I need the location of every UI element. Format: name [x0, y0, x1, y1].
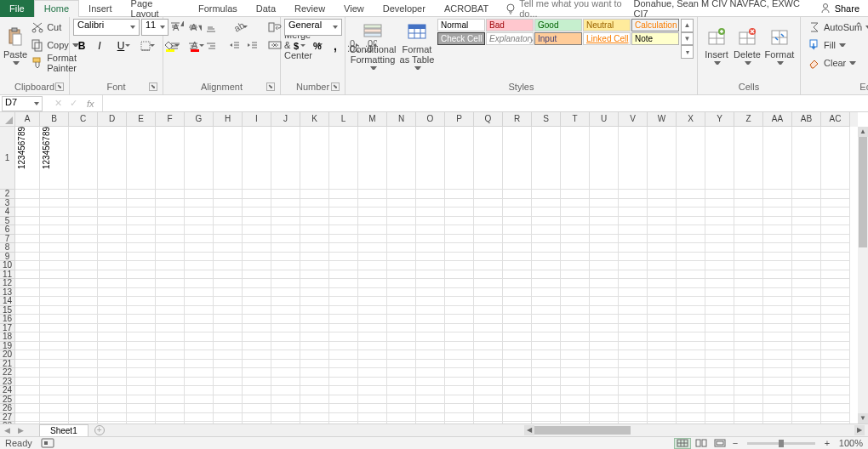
page-layout-view-button[interactable] [693, 438, 710, 449]
cell-B17[interactable] [40, 324, 69, 333]
cell-G7[interactable] [185, 235, 214, 244]
cell-AB25[interactable] [792, 395, 821, 405]
style-bad[interactable]: Bad [486, 19, 534, 31]
cell-styles-gallery[interactable]: NormalBadGoodNeutralCalculationCheck Cel… [437, 19, 679, 59]
fill-button[interactable]: Fill [804, 37, 868, 54]
align-left-button[interactable] [167, 37, 184, 54]
cell-N19[interactable] [387, 342, 416, 351]
cell-X18[interactable] [677, 332, 705, 342]
cell-X25[interactable] [677, 395, 705, 405]
cell-M16[interactable] [358, 315, 387, 324]
cell-G17[interactable] [185, 324, 214, 333]
cell-N3[interactable] [387, 199, 416, 208]
cell-N2[interactable] [387, 190, 416, 199]
cell-AC3[interactable] [821, 199, 850, 208]
cell-Y26[interactable] [705, 404, 734, 413]
col-header-R[interactable]: R [503, 112, 532, 127]
styles-scrollbar[interactable]: ▲▼▾ [681, 19, 694, 59]
cell-R21[interactable] [503, 360, 532, 369]
cell-G16[interactable] [185, 315, 214, 324]
sheet-nav-prev[interactable]: ◀ [0, 426, 14, 435]
cell-D8[interactable] [98, 243, 127, 253]
cell-W8[interactable] [648, 243, 677, 253]
cell-O1[interactable] [416, 127, 445, 190]
row-header-14[interactable]: 14 [0, 297, 15, 306]
cell-X26[interactable] [677, 404, 705, 413]
cell-E21[interactable] [127, 360, 156, 369]
cell-P26[interactable] [445, 404, 474, 413]
cell-F1[interactable] [156, 127, 185, 190]
col-header-W[interactable]: W [648, 112, 677, 127]
cell-K27[interactable] [300, 413, 329, 423]
cell-L14[interactable] [329, 297, 358, 306]
cell-Q11[interactable] [474, 270, 503, 280]
cell-E25[interactable] [127, 395, 156, 405]
cell-Q13[interactable] [474, 288, 503, 298]
cell-P18[interactable] [445, 332, 474, 342]
cell-R9[interactable] [503, 253, 532, 262]
cell-H1[interactable] [214, 127, 243, 190]
cell-W16[interactable] [648, 315, 677, 324]
cell-I7[interactable] [243, 235, 271, 244]
cell-T22[interactable] [561, 368, 590, 378]
cell-Q25[interactable] [474, 395, 503, 405]
cell-G4[interactable] [185, 207, 214, 217]
cell-U7[interactable] [590, 235, 619, 244]
cell-V23[interactable] [619, 378, 648, 387]
cell-K8[interactable] [300, 243, 329, 253]
file-tab[interactable]: File [0, 0, 34, 17]
cell-P8[interactable] [445, 243, 474, 253]
cell-D27[interactable] [98, 413, 127, 423]
cell-W4[interactable] [648, 207, 677, 217]
sheet-nav-next[interactable]: ▶ [14, 426, 27, 435]
cell-K14[interactable] [300, 297, 329, 306]
cell-E11[interactable] [127, 270, 156, 280]
row-header-20[interactable]: 20 [0, 350, 15, 360]
cell-Q7[interactable] [474, 235, 503, 244]
cell-F7[interactable] [156, 235, 185, 244]
cell-T17[interactable] [561, 324, 590, 333]
underline-button[interactable]: U [109, 37, 133, 54]
cell-J7[interactable] [271, 235, 300, 244]
cell-L24[interactable] [329, 386, 358, 395]
cell-G11[interactable] [185, 270, 214, 280]
paste-button[interactable]: Paste [3, 19, 27, 75]
cell-P27[interactable] [445, 413, 474, 423]
cell-M19[interactable] [358, 342, 387, 351]
cell-E26[interactable] [127, 404, 156, 413]
cell-U14[interactable] [590, 297, 619, 306]
cell-T15[interactable] [561, 306, 590, 315]
cell-AB8[interactable] [792, 243, 821, 253]
zoom-slider[interactable] [747, 442, 815, 445]
cell-V22[interactable] [619, 368, 648, 378]
cell-M2[interactable] [358, 190, 387, 199]
cell-H11[interactable] [214, 270, 243, 280]
cell-F24[interactable] [156, 386, 185, 395]
cell-E3[interactable] [127, 199, 156, 208]
cell-Q21[interactable] [474, 360, 503, 369]
cell-I17[interactable] [243, 324, 271, 333]
cell-A25[interactable] [15, 395, 40, 405]
cell-F25[interactable] [156, 395, 185, 405]
cell-AC8[interactable] [821, 243, 850, 253]
cell-Z15[interactable] [734, 306, 763, 315]
cell-T1[interactable] [561, 127, 590, 190]
cell-A4[interactable] [15, 207, 40, 217]
col-header-B[interactable]: B [40, 112, 69, 127]
cell-H5[interactable] [214, 217, 243, 226]
cell-S4[interactable] [532, 207, 561, 217]
cell-K13[interactable] [300, 288, 329, 298]
borders-button[interactable] [134, 37, 157, 54]
cell-O7[interactable] [416, 235, 445, 244]
cell-E1[interactable] [127, 127, 156, 190]
cell-S9[interactable] [532, 253, 561, 262]
cell-C3[interactable] [69, 199, 98, 208]
cell-E18[interactable] [127, 332, 156, 342]
cell-E19[interactable] [127, 342, 156, 351]
cell-H2[interactable] [214, 190, 243, 199]
cell-A7[interactable] [15, 235, 40, 244]
cell-Z12[interactable] [734, 279, 763, 288]
cell-B19[interactable] [40, 342, 69, 351]
cell-AB21[interactable] [792, 360, 821, 369]
cell-I23[interactable] [243, 378, 271, 387]
